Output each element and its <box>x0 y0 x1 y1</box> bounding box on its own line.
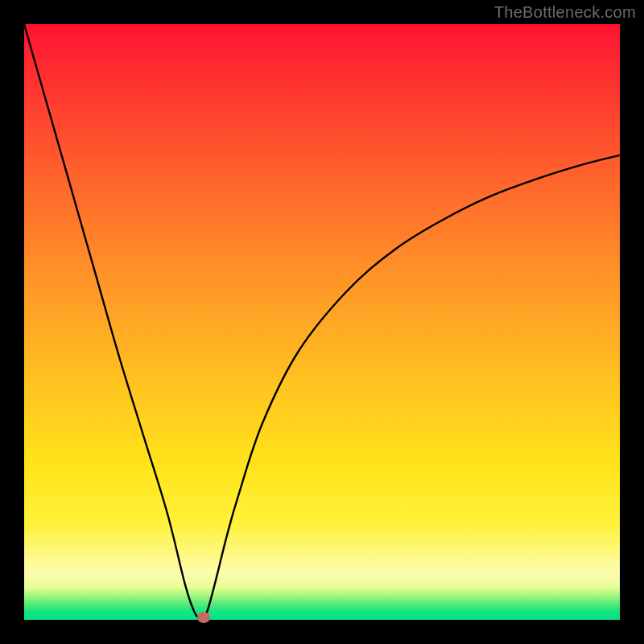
chart-frame: TheBottleneck.com <box>0 0 644 644</box>
curve-layer <box>24 24 620 620</box>
watermark-label: TheBottleneck.com <box>494 3 636 22</box>
minimum-marker <box>197 612 210 623</box>
curve-path <box>24 24 620 619</box>
